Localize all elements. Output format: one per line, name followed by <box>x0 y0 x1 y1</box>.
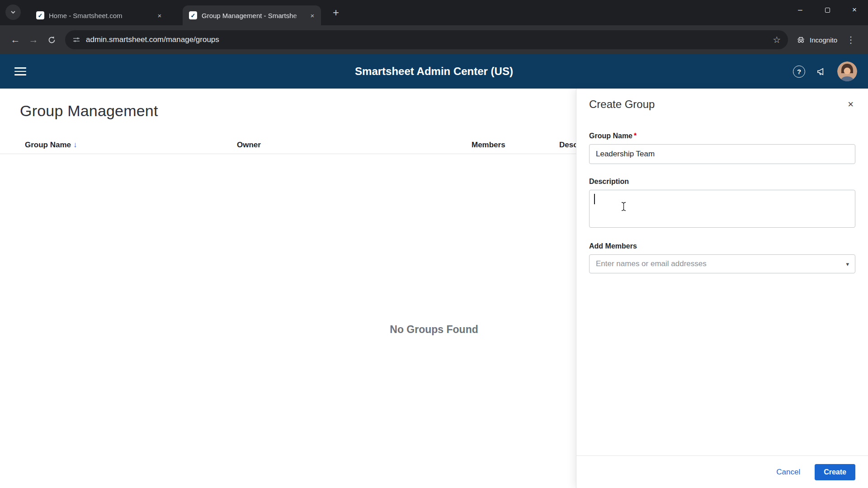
column-group-name[interactable]: Group Name↓ <box>25 141 77 150</box>
header-actions: ? <box>793 61 857 81</box>
address-bar[interactable]: admin.smartsheet.com/manage/groups ☆ <box>65 30 788 49</box>
forward-button[interactable]: → <box>24 31 42 49</box>
close-window-button[interactable]: × <box>841 0 868 20</box>
admin-header: Smartsheet Admin Center (US) ? <box>0 54 868 89</box>
tab-title: Home - Smartsheet.com <box>49 12 155 19</box>
cancel-button[interactable]: Cancel <box>776 468 800 477</box>
group-name-label: Group Name* <box>589 132 855 140</box>
browser-menu-icon[interactable]: ⋮ <box>846 34 855 45</box>
incognito-label: Incognito <box>810 36 837 44</box>
url-text: admin.smartsheet.com/manage/groups <box>86 35 773 44</box>
bookmark-star-icon[interactable]: ☆ <box>773 34 781 45</box>
user-avatar[interactable] <box>837 61 857 81</box>
panel-title: Create Group <box>589 98 655 111</box>
panel-header: Create Group × <box>589 98 855 111</box>
column-owner[interactable]: Owner <box>237 141 261 150</box>
back-button[interactable]: ← <box>6 31 24 49</box>
chevron-down-icon <box>10 9 16 15</box>
sort-desc-icon: ↓ <box>73 141 77 149</box>
incognito-icon <box>796 35 806 45</box>
tab-close-icon[interactable]: × <box>307 10 317 20</box>
incognito-badge: Incognito <box>796 35 837 45</box>
panel-close-icon[interactable]: × <box>846 98 855 111</box>
smartsheet-favicon-icon: ✓ <box>189 11 197 19</box>
tab-search-button[interactable] <box>5 5 21 20</box>
column-members[interactable]: Members <box>472 141 505 150</box>
panel-footer: Cancel Create <box>576 455 868 488</box>
tab-strip: ✓ Home - Smartsheet.com × ✓ Group Manage… <box>0 0 868 25</box>
hamburger-menu-icon[interactable] <box>14 67 26 75</box>
site-settings-icon <box>72 36 80 44</box>
tab-home[interactable]: ✓ Home - Smartsheet.com × <box>30 5 168 25</box>
reload-icon <box>47 36 56 44</box>
browser-window: ✓ Home - Smartsheet.com × ✓ Group Manage… <box>0 0 868 488</box>
new-tab-button[interactable]: + <box>328 5 344 20</box>
description-textarea[interactable] <box>589 190 855 228</box>
description-field-wrap <box>589 190 855 230</box>
tab-title: Group Management - Smartshe <box>202 12 307 19</box>
tab-group-management[interactable]: ✓ Group Management - Smartshe × <box>183 5 321 25</box>
help-icon[interactable]: ? <box>793 66 805 78</box>
tab-close-icon[interactable]: × <box>155 10 165 20</box>
create-group-panel: Create Group × Group Name* Description A… <box>576 89 868 488</box>
reload-button[interactable] <box>42 31 61 49</box>
maximize-button[interactable] <box>814 0 841 20</box>
browser-toolbar: ← → admin.smartsheet.com/manage/groups ☆… <box>0 25 868 54</box>
required-mark: * <box>634 132 637 140</box>
admin-center-title: Smartsheet Admin Center (US) <box>0 65 868 78</box>
add-members-input[interactable] <box>589 254 855 273</box>
add-members-field-wrap: ▾ <box>589 254 855 273</box>
create-button[interactable]: Create <box>815 464 855 480</box>
group-name-input[interactable] <box>589 144 855 164</box>
window-controls: – × <box>787 0 868 20</box>
minimize-button[interactable]: – <box>787 0 814 20</box>
description-label: Description <box>589 178 855 186</box>
feedback-megaphone-icon[interactable] <box>816 66 826 77</box>
maximize-icon <box>825 8 830 13</box>
smartsheet-favicon-icon: ✓ <box>36 11 44 19</box>
add-members-label: Add Members <box>589 242 855 250</box>
